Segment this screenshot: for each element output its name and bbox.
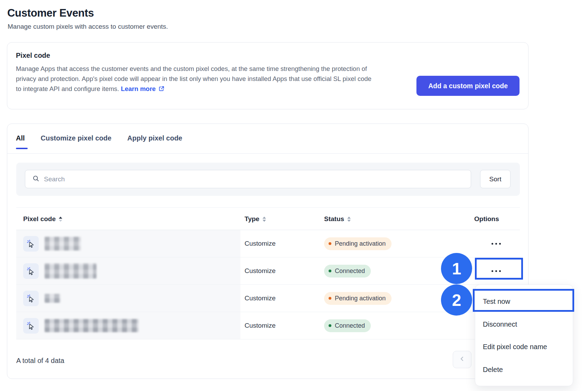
column-header-status-label: Status [324,208,344,230]
step2-highlight-box [473,289,574,312]
sort-asc-icon[interactable] [59,217,62,222]
sort-icon[interactable] [347,217,351,222]
step1-highlight-box [475,258,523,280]
search-icon [32,175,40,184]
status-cell: Pending activation [324,285,392,312]
column-header-pixel-code[interactable]: Pixel code [23,208,62,230]
pixel-code-cell [16,257,240,284]
column-header-pixel-code-label: Pixel code [23,208,56,230]
pixel-table-tabs: All Customize pixel code Apply pixel cod… [16,134,182,149]
status-badge: Connected [324,319,371,332]
column-header-options: Options [474,208,499,230]
page-subtitle: Manage custom pixels with access to cust… [8,23,168,30]
pixel-code-card: Pixel code Manage Apps that access the c… [7,42,529,109]
type-cell: Customize [245,312,276,339]
pixel-code-card-description-text: Manage Apps that access the customer eve… [16,65,371,92]
table-header-row: Pixel code Type Status Options [16,207,520,230]
options-cell [474,230,501,257]
column-header-options-label: Options [474,208,499,230]
row-options-ellipsis-button[interactable] [491,243,501,245]
pixel-code-cell [16,230,240,257]
table-row: Customize Connected [16,312,520,339]
menu-item-disconnect[interactable]: Disconnect [483,320,517,328]
search-input[interactable] [44,175,471,183]
status-badge: Pending activation [324,237,392,250]
tab-all[interactable]: All [16,134,25,149]
status-badge-label: Connected [335,267,365,275]
menu-item-edit-pixel-code-name[interactable]: Edit pixel code name [483,343,547,351]
pixel-code-name-redacted [45,237,81,251]
pixel-code-name-redacted [45,319,139,332]
sort-button[interactable]: Sort [480,170,511,188]
tabs-divider [7,153,528,154]
page-title: Customer Events [7,7,94,19]
search-panel: Sort [16,163,520,196]
column-header-type-label: Type [245,208,259,230]
pixel-cursor-icon [23,236,39,252]
search-input-wrap[interactable] [25,170,471,188]
status-dot-icon [329,324,331,327]
tab-apply-pixel-code[interactable]: Apply pixel code [127,134,182,149]
pixel-code-cell [16,312,240,339]
add-custom-pixel-code-button[interactable]: Add a custom pixel code [416,76,520,96]
status-dot-icon [329,270,331,272]
status-badge: Connected [324,265,371,278]
status-badge-label: Connected [335,322,365,329]
learn-more-link[interactable]: Learn more [121,85,156,92]
column-header-type[interactable]: Type [245,208,266,230]
pixel-code-name-redacted [45,294,61,303]
pixel-code-card-description: Manage Apps that access the customer eve… [16,64,376,94]
table-row: Customize Pending activation [16,230,520,257]
annotation-step-1-badge: 1 [441,253,472,284]
table-total-count: A total of 4 data [16,357,64,365]
sort-icon[interactable] [263,217,266,222]
type-cell: Customize [245,230,276,257]
type-cell: Customize [245,285,276,312]
pixel-cursor-icon [23,318,39,334]
chevron-left-icon [459,355,466,364]
status-badge-label: Pending activation [335,240,386,247]
status-badge: Pending activation [324,292,392,305]
pixel-code-name-redacted [45,263,97,279]
pixel-cursor-icon [23,263,39,279]
status-cell: Connected [324,312,371,339]
pixel-table-card: All Customize pixel code Apply pixel cod… [7,124,529,379]
tab-customize-pixel-code[interactable]: Customize pixel code [41,134,112,149]
pixel-cursor-icon [23,291,39,306]
pagination-prev-button[interactable] [453,351,471,368]
pixel-code-cell [16,285,240,312]
status-badge-label: Pending activation [335,295,386,302]
column-header-status[interactable]: Status [324,208,351,230]
status-dot-icon [329,242,331,245]
pixel-code-card-title: Pixel code [16,52,50,60]
annotation-step-2-badge: 2 [441,284,472,316]
type-cell: Customize [245,257,276,284]
status-cell: Connected [324,257,371,284]
external-link-icon [156,85,165,92]
menu-item-delete[interactable]: Delete [483,366,503,374]
status-dot-icon [329,297,331,300]
status-cell: Pending activation [324,230,392,257]
